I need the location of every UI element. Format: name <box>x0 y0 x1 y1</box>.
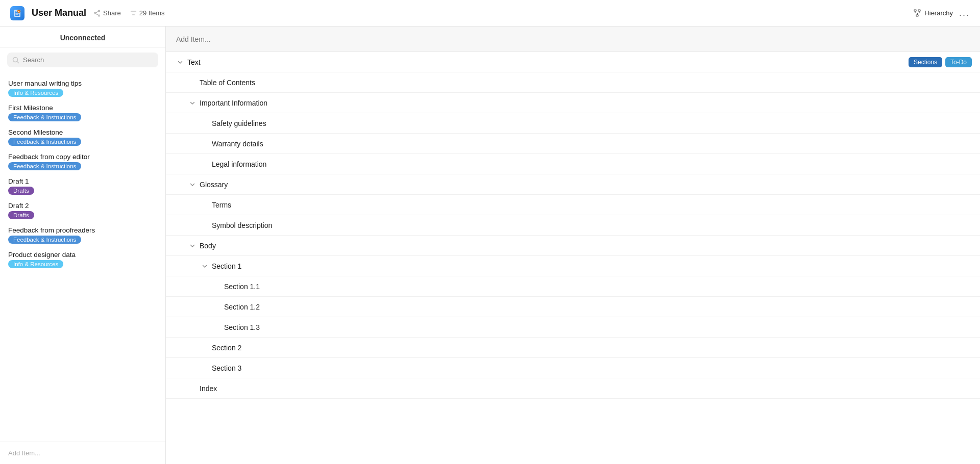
chevron-down-icon[interactable] <box>176 58 184 66</box>
tree-item-inner: Safety guidelines <box>166 119 972 127</box>
tree-item-label: Safety guidelines <box>212 119 972 127</box>
left-list-item[interactable]: User manual writing tipsInfo & Resources <box>0 75 165 100</box>
more-button[interactable]: ... <box>959 8 970 18</box>
tree-item-label: Body <box>200 242 972 250</box>
add-item-top[interactable] <box>166 27 980 52</box>
tree-item[interactable]: Section 3 <box>166 358 980 378</box>
tree-item-inner: Warranty details <box>166 140 972 148</box>
item-badge: Info & Resources <box>8 89 63 97</box>
left-list-item[interactable]: Draft 1Drafts <box>0 173 165 198</box>
hierarchy-button[interactable]: Hierarchy <box>914 9 953 17</box>
filter-icon <box>130 10 137 16</box>
tree-item-label: Section 1.2 <box>224 303 972 311</box>
tree-item[interactable]: Index <box>166 378 980 399</box>
left-item-name: Product designer data <box>8 251 157 259</box>
tree-item-label: Table of Contents <box>200 79 972 87</box>
share-button[interactable]: Share <box>93 9 121 17</box>
tree-item-inner: Section 1.3 <box>166 323 972 331</box>
item-badge: Info & Resources <box>8 260 63 268</box>
tree-item[interactable]: Section 1.2 <box>166 297 980 317</box>
tree-item[interactable]: Section 1.3 <box>166 317 980 338</box>
search-box[interactable] <box>7 53 158 67</box>
tree-item-label: Section 1.1 <box>224 282 972 291</box>
topbar-left: User Manual Share 29 Items <box>10 6 165 20</box>
tree-item[interactable]: TextSectionsTo-Do <box>166 52 980 72</box>
share-label: Share <box>103 9 121 17</box>
tree-item[interactable]: Section 2 <box>166 338 980 358</box>
left-list: User manual writing tipsInfo & Resources… <box>0 72 165 442</box>
left-list-item[interactable]: First MilestoneFeedback & Instructions <box>0 100 165 124</box>
chevron-placeholder <box>201 221 209 229</box>
tags-area: SectionsTo-Do <box>909 57 972 67</box>
item-badge: Feedback & Instructions <box>8 113 81 121</box>
tree-item[interactable]: Safety guidelines <box>166 113 980 134</box>
tree-item[interactable]: Body <box>166 236 980 256</box>
tree-item-inner: Index <box>166 384 972 393</box>
tree-item-label: Terms <box>212 201 972 209</box>
left-list-item[interactable]: Second MilestoneFeedback & Instructions <box>0 124 165 149</box>
svg-point-2 <box>99 15 100 16</box>
tree-item[interactable]: Terms <box>166 195 980 215</box>
tree-item[interactable]: Warranty details <box>166 134 980 154</box>
tree-item-inner: TextSectionsTo-Do <box>166 57 972 67</box>
tree-item[interactable]: Table of Contents <box>166 72 980 93</box>
add-item-left[interactable]: Add Item... <box>0 442 165 464</box>
tree-item-label: Legal information <box>212 160 972 168</box>
tree-item-label: Text <box>187 58 905 66</box>
todo-tag[interactable]: To-Do <box>945 57 972 67</box>
add-item-input[interactable] <box>176 35 970 43</box>
app-icon <box>10 6 24 20</box>
chevron-down-icon[interactable] <box>201 262 209 270</box>
tree-item-label: Index <box>200 384 972 393</box>
tree-item[interactable]: Legal information <box>166 154 980 174</box>
tree-item-label: Important Information <box>200 99 972 107</box>
left-list-item[interactable]: Product designer dataInfo & Resources <box>0 247 165 271</box>
tree-item-inner: Important Information <box>166 99 972 107</box>
tree-item[interactable]: Glossary <box>166 174 980 195</box>
tree-item-inner: Body <box>166 242 972 250</box>
search-icon <box>12 57 19 64</box>
left-list-item[interactable]: Draft 2Drafts <box>0 198 165 222</box>
search-input[interactable] <box>23 56 153 64</box>
tree-item[interactable]: Section 1 <box>166 256 980 276</box>
left-list-item[interactable]: Feedback from copy editorFeedback & Inst… <box>0 149 165 173</box>
chevron-down-icon[interactable] <box>188 181 197 189</box>
chevron-placeholder <box>201 140 209 148</box>
topbar: User Manual Share 29 Items <box>0 0 980 27</box>
tree-item[interactable]: Section 1.1 <box>166 276 980 297</box>
left-item-name: First Milestone <box>8 104 157 112</box>
sections-tag[interactable]: Sections <box>909 57 942 67</box>
chevron-placeholder <box>201 364 209 372</box>
tree-item-inner: Table of Contents <box>166 79 972 87</box>
left-item-name: Feedback from copy editor <box>8 153 157 161</box>
tree-item-label: Glossary <box>200 181 972 189</box>
left-list-item[interactable]: Feedback from proofreadersFeedback & Ins… <box>0 222 165 247</box>
left-item-name: Second Milestone <box>8 128 157 136</box>
share-icon <box>93 10 101 17</box>
hierarchy-label: Hierarchy <box>924 9 953 17</box>
item-badge: Drafts <box>8 211 34 219</box>
tree-item-inner: Glossary <box>166 181 972 189</box>
tree-item[interactable]: Symbol description <box>166 215 980 236</box>
tree-item-inner: Section 3 <box>166 364 972 372</box>
tree-item-inner: Symbol description <box>166 221 972 229</box>
topbar-right: Hierarchy ... <box>914 8 970 18</box>
chevron-placeholder <box>213 323 221 331</box>
svg-point-1 <box>99 10 100 12</box>
left-item-name: Feedback from proofreaders <box>8 226 157 234</box>
tree-item-label: Section 2 <box>212 344 972 352</box>
chevron-placeholder <box>201 344 209 352</box>
item-badge: Feedback & Instructions <box>8 138 81 146</box>
tree-container: TextSectionsTo-DoTable of ContentsImport… <box>166 52 980 464</box>
chevron-placeholder <box>213 282 221 291</box>
left-item-name: Draft 1 <box>8 177 157 185</box>
left-item-name: Draft 2 <box>8 202 157 210</box>
tree-item[interactable]: Important Information <box>166 93 980 113</box>
chevron-down-icon[interactable] <box>188 99 197 107</box>
svg-point-0 <box>17 10 20 13</box>
chevron-down-icon[interactable] <box>188 242 197 250</box>
tree-item-label: Section 1.3 <box>224 323 972 331</box>
svg-rect-6 <box>916 15 918 16</box>
chevron-placeholder <box>188 79 197 87</box>
tree-item-inner: Section 1.2 <box>166 303 972 311</box>
